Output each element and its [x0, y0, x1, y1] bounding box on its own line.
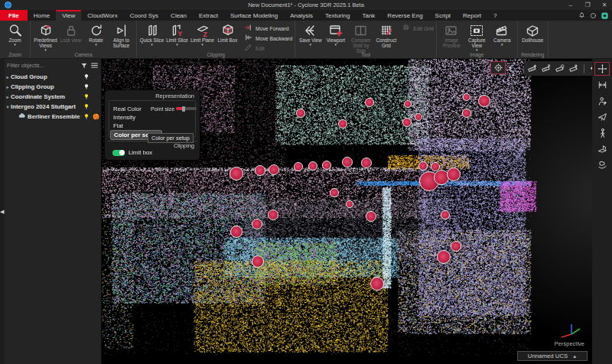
scan-position-marker[interactable]	[268, 210, 278, 220]
menu-tab--[interactable]: ?	[487, 10, 503, 21]
ribbon-button-camera[interactable]: Camera▾	[490, 22, 515, 46]
ribbon-group-label: Tool	[295, 51, 435, 58]
rep-option-real-color[interactable]: Real Color	[110, 105, 145, 113]
menu-tab-file[interactable]: File	[0, 10, 28, 21]
rep-option-intensity[interactable]: Intensity	[110, 113, 138, 122]
scan-position-marker[interactable]	[441, 210, 450, 219]
scan-position-marker[interactable]	[451, 241, 461, 252]
ribbon-button-dollhouse[interactable]: Dollhouse	[520, 22, 545, 43]
menu-tab-reverse-eng[interactable]: Reverse Eng	[381, 10, 428, 21]
tree-expand-icon[interactable]: ▸	[5, 84, 11, 89]
status-ring-icon[interactable]	[589, 11, 597, 20]
fly-mode-icon[interactable]	[594, 110, 610, 124]
minimize-button[interactable]: –	[566, 0, 575, 10]
tree-item-intergeo-2024-stuttgart[interactable]: ▾Intergeo 2024 Stuttgart	[5, 102, 101, 112]
scan-position-marker[interactable]	[366, 211, 376, 222]
ribbon-button-construct-grid[interactable]: Construct Grid	[373, 22, 399, 48]
measure-add-icon[interactable]	[527, 63, 539, 73]
measure-distance-icon[interactable]	[594, 78, 610, 92]
grab-cube-icon[interactable]	[594, 158, 610, 172]
scan-position-marker[interactable]	[402, 118, 412, 127]
rep-option-flat[interactable]: Flat	[110, 122, 126, 130]
point-size-slider[interactable]	[176, 107, 197, 110]
visibility-bulb-icon[interactable]	[82, 83, 91, 91]
scan-position-marker[interactable]	[252, 219, 262, 229]
ribbon-button-rotate[interactable]: Rotate▾	[83, 22, 109, 46]
menu-tab-tank[interactable]: Tank	[356, 10, 381, 21]
ribbon-button-zoom[interactable]: Zoom▾	[2, 22, 28, 46]
walk-mode-icon[interactable]	[594, 126, 610, 140]
examiner-mode-icon[interactable]	[594, 94, 610, 108]
view-settings-eye-button[interactable]	[490, 61, 506, 74]
point-size-slider-knob[interactable]	[182, 106, 185, 112]
filter-objects-input[interactable]: Filter objects...	[5, 62, 80, 69]
menu-tab-clean[interactable]: Clean	[164, 10, 193, 21]
scan-position-marker[interactable]	[230, 167, 243, 180]
scan-position-marker[interactable]	[230, 226, 243, 238]
measure-label-icon[interactable]	[568, 63, 580, 73]
scan-position-marker[interactable]	[322, 161, 331, 170]
scan-position-marker[interactable]	[462, 109, 471, 118]
scan-position-marker[interactable]	[415, 113, 422, 121]
ribbon-button-limit-slice[interactable]: YLimit Slice▾	[164, 22, 190, 46]
tree-expand-icon[interactable]: ▸	[5, 74, 11, 80]
scan-position-marker[interactable]	[294, 162, 303, 171]
scan-position-marker[interactable]	[463, 93, 470, 101]
view-settings-caret-icon[interactable]: ▼	[506, 66, 515, 70]
scan-position-marker[interactable]	[255, 165, 265, 176]
menu-tab-report[interactable]: Report	[457, 10, 487, 21]
tree-item-berliner-ensemble-rtc360[interactable]: Berliner Ensemble RTC360	[5, 112, 101, 122]
ribbon-button-quick-slice[interactable]: Quick Slice▾	[139, 22, 164, 46]
point-size-label: Point size	[151, 106, 174, 112]
projection-label[interactable]: Perspective	[555, 340, 584, 347]
menu-tab-home[interactable]: Home	[28, 10, 56, 21]
scan-position-marker[interactable]	[269, 164, 279, 175]
bell-icon[interactable]	[578, 11, 586, 20]
visibility-bulb-icon[interactable]	[82, 73, 91, 81]
color-per-setup-dot-icon[interactable]	[91, 112, 101, 121]
visibility-bulb-icon[interactable]	[82, 93, 91, 101]
teal-app-icon[interactable]	[601, 11, 609, 20]
scan-position-marker[interactable]	[342, 157, 353, 167]
tree-expand-icon[interactable]: ▾	[5, 104, 11, 109]
scan-position-marker[interactable]	[437, 250, 451, 264]
menu-tab-texturing[interactable]: Texturing	[319, 10, 356, 21]
menu-tab-coord-sys[interactable]: Coord Sys	[124, 10, 164, 21]
tree-item-cloud-group[interactable]: ▸Cloud Group	[5, 72, 101, 82]
ribbon-button-limit-plane[interactable]: ZLimit Plane▾	[190, 22, 215, 46]
scan-position-marker[interactable]	[447, 167, 461, 181]
ribbon-button-save-view[interactable]: Save View▾	[298, 22, 323, 46]
panel-collapse-arrow-icon[interactable]: ◀	[0, 209, 4, 215]
svg-text:Y: Y	[177, 30, 182, 37]
limit-box-toggle[interactable]	[112, 150, 125, 156]
dropdown-caret-icon: ▾	[335, 43, 337, 46]
menu-tab-script[interactable]: Script	[429, 10, 457, 21]
viewport-3d[interactable]: Representation Real ColorIntensityFlatCo…	[102, 59, 612, 364]
tree-item-coordinate-system[interactable]: ▸Coordinate System	[5, 92, 101, 102]
menu-tab-surface-modeling[interactable]: Surface Modeling	[224, 10, 284, 21]
scan-position-marker[interactable]	[252, 255, 264, 268]
visibility-bulb-icon[interactable]	[82, 102, 91, 111]
visibility-bulb-icon[interactable]	[82, 112, 91, 121]
pan-3d-icon[interactable]	[594, 62, 610, 76]
menu-tab-analysis[interactable]: Analysis	[284, 10, 319, 21]
ribbon-button-capture-view[interactable]: Capture View▾	[464, 22, 490, 51]
measure-curve-icon[interactable]	[555, 63, 566, 73]
funnel-icon[interactable]	[80, 59, 88, 73]
menu-tab-cloudworx[interactable]: CloudWorx	[81, 10, 123, 21]
ribbon-button-predefined-views[interactable]: Predefined Views▾	[33, 22, 58, 51]
ribbon-button-limit-box[interactable]: Limit Box	[215, 22, 240, 43]
maximize-button[interactable]: ❐	[583, 0, 592, 10]
ribbon-button-align-to-surface[interactable]: Align to Surface	[109, 22, 134, 48]
tree-expand-icon[interactable]: ▸	[5, 94, 11, 99]
scan-position-marker[interactable]	[338, 119, 347, 128]
menu-tab-extract[interactable]: Extract	[193, 10, 224, 21]
tree-item-clipping-group[interactable]: ▸Clipping Group	[5, 82, 101, 92]
hamburger-icon[interactable]	[90, 59, 99, 73]
ribbon-button-viewport[interactable]: Viewport▾	[323, 22, 348, 46]
ucs-plane-icon[interactable]	[594, 142, 610, 156]
menu-tab-view[interactable]: View	[56, 10, 81, 21]
ucs-selector-button[interactable]: Unnamed UCS ▲	[517, 351, 588, 361]
close-button[interactable]: ✕	[600, 0, 609, 10]
measure-flag-icon[interactable]	[541, 63, 552, 73]
